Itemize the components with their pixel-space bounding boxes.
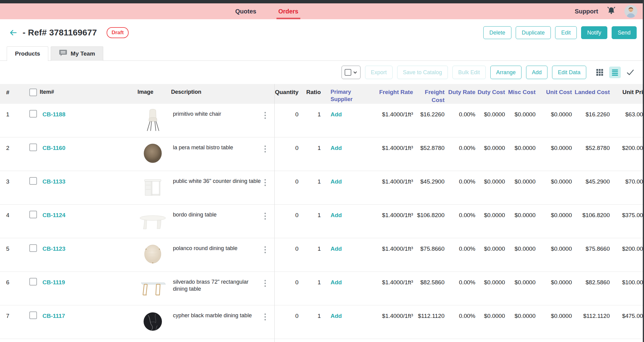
row-checkbox[interactable] — [29, 110, 37, 118]
delete-button[interactable]: Delete — [483, 26, 511, 39]
row-checkbox[interactable] — [29, 211, 37, 218]
row-menu-kebab-icon[interactable] — [263, 250, 268, 256]
white-dining-table-thumbnail[interactable] — [139, 209, 166, 238]
nav-tabs: Quotes Orders — [235, 3, 298, 19]
cell-unit_price: $200.0000 — [612, 238, 644, 271]
add-supplier-link[interactable]: Add — [331, 212, 342, 218]
add-supplier-link[interactable]: Add — [331, 178, 342, 185]
cell-image — [134, 272, 171, 305]
row-checkbox[interactable] — [29, 311, 37, 319]
white-counter-table-thumbnail[interactable] — [142, 175, 163, 204]
item-number-link[interactable]: CB-1124 — [42, 212, 65, 218]
cell-unit_price: $375.0000 — [612, 205, 644, 238]
misc_cost-value: $0.0000 — [514, 212, 536, 218]
tab-products[interactable]: Products — [7, 46, 48, 61]
row-checkbox[interactable] — [29, 144, 37, 151]
cream-round-table-top-thumbnail[interactable] — [142, 242, 163, 271]
brass-glass-table-thumbnail[interactable] — [139, 276, 167, 305]
freight_cost-value: $82.5860 — [420, 279, 445, 286]
tab-my-team-label: My Team — [71, 50, 95, 57]
edit-data-button[interactable]: Edit Data — [552, 66, 586, 79]
arrange-button[interactable]: Arrange — [490, 66, 521, 79]
bronze-round-table-top-thumbnail[interactable] — [142, 142, 163, 171]
export-button[interactable]: Export — [365, 66, 393, 79]
unit_cost-value: $0.0000 — [551, 178, 572, 185]
cell-duty_cost: $0.0000 — [477, 305, 507, 339]
cell-image — [134, 104, 171, 137]
row-menu-kebab-icon[interactable] — [263, 318, 268, 323]
column-header-check[interactable] — [18, 84, 40, 104]
list-view-icon[interactable] — [609, 67, 621, 78]
duty_cost-value: $0.0000 — [484, 111, 505, 118]
cell-duty_rate: 0.00% — [446, 272, 477, 305]
item-number-link[interactable]: CB-1188 — [42, 111, 65, 118]
tab-my-team[interactable]: My Team — [51, 46, 103, 61]
add-supplier-link[interactable]: Add — [331, 111, 342, 118]
add-supplier-link[interactable]: Add — [331, 279, 342, 286]
item-number-link[interactable]: CB-1160 — [42, 145, 65, 151]
grid-view-icon[interactable] — [594, 67, 606, 78]
black-marble-table-top-thumbnail[interactable] — [142, 310, 163, 339]
row-menu-kebab-icon[interactable] — [263, 150, 268, 155]
add-supplier-link[interactable]: Add — [331, 145, 342, 151]
cell-unit_cost: $0.0000 — [537, 205, 574, 238]
select-all-checkbox[interactable] — [345, 69, 351, 76]
select-all-dropdown[interactable] — [342, 66, 360, 79]
row-checkbox[interactable] — [29, 278, 37, 286]
header-checkbox[interactable] — [29, 89, 37, 96]
column-header-image: Image — [134, 84, 171, 104]
send-button[interactable]: Send — [612, 26, 637, 39]
support-link[interactable]: Support — [575, 8, 598, 15]
column-header-label: Misc Cost — [508, 89, 536, 95]
add-button[interactable]: Add — [526, 66, 547, 79]
back-arrow-icon[interactable] — [8, 27, 18, 38]
nav-tab-quotes[interactable]: Quotes — [235, 3, 256, 19]
column-header-item: Item# — [40, 84, 134, 104]
bell-icon[interactable] — [606, 5, 617, 17]
cell-item: CB-1119 — [40, 272, 134, 305]
column-header-label: Description — [171, 89, 201, 95]
cell-ratio: 1 — [300, 104, 323, 137]
cell-image — [134, 205, 171, 238]
duty_cost-value: $0.0000 — [484, 212, 505, 218]
misc_cost-value: $0.0000 — [514, 145, 536, 151]
cell-description: la pera metal bistro table — [171, 137, 263, 171]
save-to-catalog-button[interactable]: Save to Catalog — [397, 66, 448, 79]
cell-item: CB-1117 — [40, 305, 134, 339]
table-row: 2CB-1160la pera metal bistro table01Add$… — [0, 137, 644, 171]
unit_price-value: $475.0000 — [622, 313, 644, 319]
row-menu-kebab-icon[interactable] — [263, 284, 268, 289]
cell-unit_cost: $0.0000 — [537, 238, 574, 271]
check-icon[interactable] — [624, 67, 636, 78]
cell-supplier: Add — [323, 272, 359, 305]
cell-landed_cost: $45.2900 — [574, 171, 612, 204]
cell-freight_rate: $1.4000/1ft³ — [359, 238, 415, 271]
row-menu-kebab-icon[interactable] — [263, 183, 268, 188]
nav-tab-orders[interactable]: Orders — [278, 3, 298, 19]
item-number-link[interactable]: CB-1117 — [42, 313, 65, 319]
cell-unit_cost: $0.0000 — [537, 171, 574, 204]
item-number-link[interactable]: CB-1123 — [42, 246, 65, 252]
unit_price-value: $100.0000 — [622, 279, 644, 286]
row-menu-kebab-icon[interactable] — [263, 217, 268, 222]
products-table: #Item#ImageDescriptionQuantityRatioPrima… — [0, 84, 644, 339]
row-menu-kebab-icon[interactable] — [263, 116, 268, 121]
row-checkbox[interactable] — [29, 244, 37, 252]
row-checkbox[interactable] — [29, 177, 37, 185]
item-number-link[interactable]: CB-1119 — [42, 279, 65, 286]
avatar[interactable] — [624, 5, 637, 18]
edit-button[interactable]: Edit — [555, 26, 577, 39]
cell-landed_cost: $52.8780 — [574, 137, 612, 171]
column-header-label: Item# — [40, 89, 54, 95]
cell-supplier: Add — [323, 137, 359, 171]
num-value: 1 — [6, 111, 9, 118]
add-supplier-link[interactable]: Add — [331, 313, 342, 319]
bulk-edit-button[interactable]: Bulk Edit — [452, 66, 486, 79]
notify-button[interactable]: Notify — [581, 26, 607, 39]
cell-description: silverado brass 72" rectangular dining t… — [171, 272, 263, 305]
duplicate-button[interactable]: Duplicate — [516, 26, 551, 39]
add-supplier-link[interactable]: Add — [331, 246, 342, 252]
white-chair-thumbnail[interactable] — [142, 108, 163, 137]
cell-supplier: Add — [323, 104, 359, 137]
item-number-link[interactable]: CB-1133 — [42, 178, 65, 185]
